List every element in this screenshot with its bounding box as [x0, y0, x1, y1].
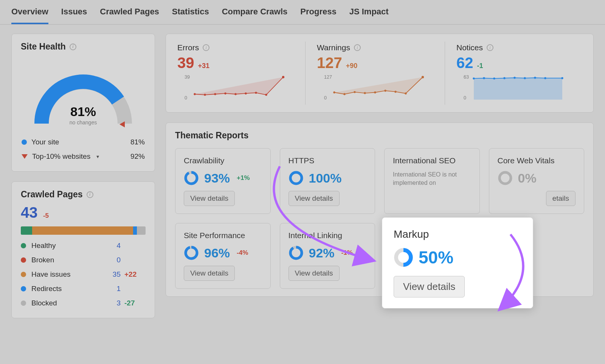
legend-label: Top-10% websites — [32, 152, 90, 161]
legend-label: Your site — [31, 138, 59, 146]
metrics-card: Errorsi 39+31 39 0 Warningsi 127+90 — [166, 34, 594, 113]
svg-point-31 — [503, 77, 505, 79]
svg-point-30 — [493, 77, 495, 79]
dot-icon — [21, 300, 26, 306]
svg-marker-27 — [474, 78, 562, 100]
info-icon[interactable]: i — [70, 43, 76, 50]
warnings-sparkline: 127 0 — [317, 74, 433, 101]
svg-point-34 — [534, 77, 536, 79]
crawl-row-broken[interactable]: Broken 0 — [21, 253, 146, 267]
view-details-button[interactable]: View details — [184, 191, 235, 206]
legend-value: 92% — [130, 152, 145, 161]
triangle-down-icon — [22, 154, 28, 159]
report-core-web-vitals: Core Web Vitals 0% etails — [489, 148, 585, 214]
svg-text:63: 63 — [464, 74, 469, 80]
svg-point-19 — [364, 92, 366, 94]
report-international-seo: International SEO International SEO is n… — [384, 148, 480, 214]
info-icon[interactable]: i — [87, 191, 93, 198]
legend-top10[interactable]: Top-10% websites ▾ 92% — [21, 149, 146, 164]
crawl-row-have-issues[interactable]: Have issues 35 +22 — [21, 267, 146, 282]
report-markup-popout: Markup 50% View details — [382, 217, 533, 308]
legend-value: 81% — [130, 138, 145, 146]
view-details-button[interactable]: View details — [394, 276, 465, 297]
svg-text:39: 39 — [185, 74, 190, 80]
view-details-button[interactable]: View details — [184, 266, 235, 281]
svg-point-7 — [214, 93, 216, 95]
svg-text:0: 0 — [185, 95, 187, 101]
svg-point-44 — [290, 247, 302, 259]
svg-point-20 — [374, 91, 376, 93]
metric-notices[interactable]: Noticesi 62-1 63 0 — [445, 42, 584, 105]
report-internal-linking: Internal Linking 92% -1% View details — [280, 223, 375, 289]
view-details-button[interactable]: View details — [289, 191, 340, 206]
dot-icon — [22, 139, 27, 145]
tabs: Overview Issues Crawled Pages Statistics… — [0, 0, 605, 25]
site-health-gauge: 81% no changes — [26, 59, 140, 131]
tab-statistics[interactable]: Statistics — [172, 7, 209, 24]
dot-icon — [21, 286, 26, 291]
crawled-pages-delta: -5 — [43, 212, 49, 219]
crawled-pages-bar — [21, 226, 146, 235]
notices-sparkline: 63 0 — [456, 74, 573, 101]
svg-point-16 — [333, 91, 335, 93]
tab-js-impact[interactable]: JS Impact — [349, 7, 389, 24]
svg-point-11 — [255, 92, 257, 94]
tab-progress[interactable]: Progress — [300, 7, 336, 24]
svg-text:0: 0 — [324, 95, 327, 101]
donut-icon — [289, 245, 304, 260]
errors-sparkline: 39 0 — [177, 74, 294, 101]
svg-point-22 — [394, 91, 396, 93]
donut-icon — [498, 170, 513, 186]
site-health-title: Site Health — [21, 42, 66, 52]
report-crawlability: Crawlability 93% +1% View details — [175, 148, 271, 214]
view-details-button[interactable]: View details — [289, 266, 340, 281]
svg-point-12 — [265, 94, 267, 96]
crawl-row-blocked[interactable]: Blocked 3 -27 — [21, 296, 146, 310]
tab-compare-crawls[interactable]: Compare Crawls — [222, 7, 288, 24]
svg-point-32 — [513, 77, 515, 79]
svg-point-8 — [224, 93, 226, 94]
crawled-pages-title: Crawled Pages — [21, 189, 83, 200]
metric-warnings[interactable]: Warningsi 127+90 127 0 — [305, 42, 445, 105]
crawl-row-healthy[interactable]: Healthy 4 — [21, 239, 146, 253]
crawled-pages-card: Crawled Pages i 43 -5 Healthy 4 — [11, 181, 155, 318]
svg-point-28 — [473, 77, 475, 79]
svg-point-10 — [245, 93, 247, 94]
site-health-card: Site Health i 81% no changes Y — [11, 34, 155, 172]
svg-point-17 — [343, 93, 345, 95]
popout-title: Markup — [394, 228, 521, 240]
donut-icon — [184, 170, 199, 186]
svg-text:127: 127 — [324, 74, 332, 80]
view-details-button[interactable]: etails — [546, 191, 576, 206]
donut-icon — [289, 170, 304, 186]
report-site-performance: Site Performance 96% -4% View details — [175, 223, 271, 289]
svg-point-36 — [561, 77, 563, 79]
dot-icon — [21, 243, 26, 248]
svg-point-42 — [186, 247, 197, 259]
tab-issues[interactable]: Issues — [61, 7, 87, 24]
svg-point-9 — [234, 93, 236, 95]
svg-point-18 — [354, 91, 355, 93]
svg-point-13 — [282, 76, 284, 78]
legend-your-site: Your site 81% — [21, 135, 146, 149]
info-icon[interactable]: i — [203, 44, 209, 51]
svg-point-29 — [483, 77, 485, 79]
svg-point-38 — [186, 172, 197, 184]
metric-errors[interactable]: Errorsi 39+31 39 0 — [175, 42, 305, 105]
tab-crawled-pages[interactable]: Crawled Pages — [100, 7, 159, 24]
svg-text:no changes: no changes — [70, 119, 97, 125]
svg-point-39 — [290, 172, 302, 184]
svg-point-40 — [500, 172, 511, 184]
svg-point-23 — [405, 93, 406, 94]
svg-text:81%: 81% — [70, 104, 96, 119]
report-https: HTTPS 100% View details — [280, 148, 375, 214]
info-icon[interactable]: i — [354, 44, 361, 51]
tab-overview[interactable]: Overview — [11, 7, 48, 24]
svg-point-5 — [194, 93, 195, 95]
info-icon[interactable]: i — [487, 44, 493, 51]
crawled-pages-value: 43 — [21, 204, 38, 221]
dot-icon — [21, 257, 26, 263]
donut-icon — [394, 248, 413, 267]
svg-point-24 — [422, 76, 424, 78]
crawl-row-redirects[interactable]: Redirects 1 — [21, 282, 146, 296]
